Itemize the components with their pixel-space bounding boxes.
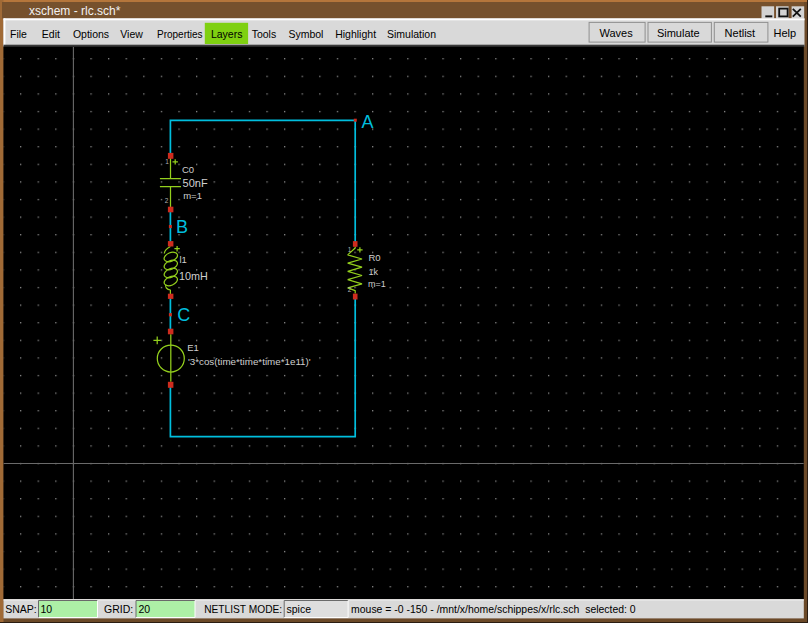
svg-text:mouse = -0 -150 - /mnt/x/home/: mouse = -0 -150 - /mnt/x/home/schippes/x… <box>351 604 636 615</box>
svg-text:View: View <box>120 28 143 40</box>
svg-text:Properties: Properties <box>157 29 203 40</box>
svg-text:'3*cos(time*time*time*1e11)': '3*cos(time*time*time*1e11)' <box>188 356 311 367</box>
svg-text:2: 2 <box>348 286 352 293</box>
svg-text:SNAP:: SNAP: <box>5 603 37 615</box>
svg-text:l1: l1 <box>179 254 186 265</box>
svg-text:50nF: 50nF <box>183 177 208 189</box>
svg-text:Netlist: Netlist <box>725 27 756 39</box>
svg-text:Highlight: Highlight <box>335 28 376 40</box>
svg-text:R0: R0 <box>368 252 380 263</box>
svg-text:Waves: Waves <box>600 27 634 39</box>
svg-text:E1: E1 <box>187 342 199 353</box>
svg-text:Options: Options <box>73 28 109 40</box>
svg-text:Simulate: Simulate <box>657 27 700 39</box>
svg-text:20: 20 <box>139 603 151 615</box>
svg-text:Simulation: Simulation <box>387 28 436 40</box>
svg-text:1: 1 <box>165 158 169 165</box>
svg-text:C: C <box>177 305 190 325</box>
svg-text:A: A <box>362 112 374 132</box>
svg-text:10mH: 10mH <box>179 270 208 282</box>
svg-text:m=1: m=1 <box>368 279 386 289</box>
svg-text:m=1: m=1 <box>183 190 202 201</box>
svg-text:1k: 1k <box>368 267 378 277</box>
svg-text:Edit: Edit <box>42 28 60 40</box>
svg-text:GRID:: GRID: <box>104 603 133 615</box>
svg-text:spice: spice <box>287 603 312 615</box>
svg-text:10: 10 <box>41 603 53 615</box>
svg-text:2: 2 <box>165 197 169 204</box>
svg-text:NETLIST MODE:: NETLIST MODE: <box>204 604 282 615</box>
svg-text:Symbol: Symbol <box>288 28 323 40</box>
svg-text:Layers: Layers <box>211 28 243 40</box>
svg-text:B: B <box>176 217 188 237</box>
svg-text:1: 1 <box>348 246 352 253</box>
svg-text:Tools: Tools <box>252 28 277 40</box>
svg-text:C0: C0 <box>182 164 194 175</box>
svg-text:File: File <box>10 28 27 40</box>
svg-text:xschem - rlc.sch*: xschem - rlc.sch* <box>29 4 121 18</box>
svg-text:Help: Help <box>774 27 797 39</box>
